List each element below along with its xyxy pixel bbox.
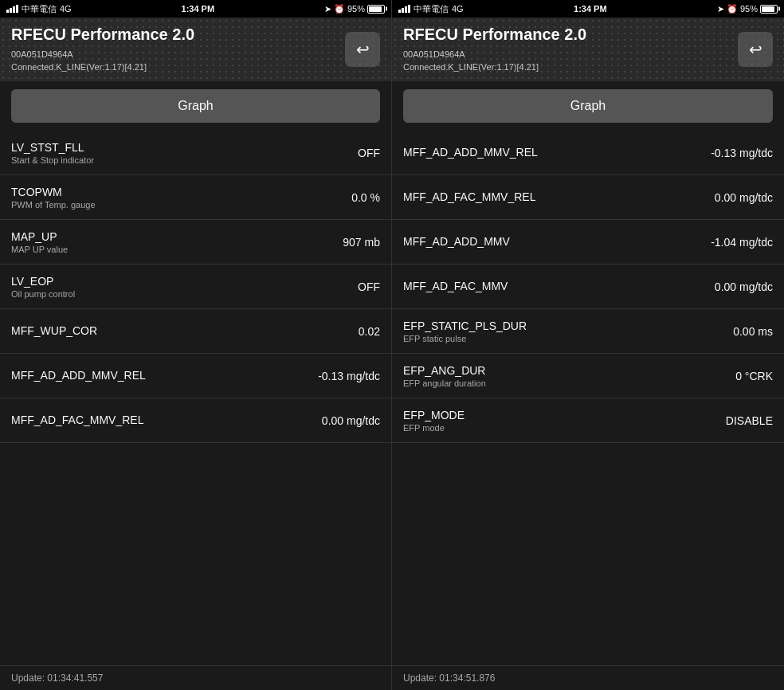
list-item: MFF_AD_FAC_MMV 0.00 mg/tdc: [392, 265, 784, 309]
network-left: 4G: [60, 4, 72, 14]
graph-btn-row-left: Graph: [0, 81, 391, 131]
back-button-right[interactable]: ↩: [738, 32, 773, 67]
app-title-left: RFECU Performance 2.0: [11, 25, 194, 44]
phone-panel-left: 中華電信 4G 1:34 PM ➤ ⏰ 95% RFECU Performanc…: [0, 0, 392, 690]
battery-icon-right: [760, 5, 778, 14]
signal-icon: [6, 5, 18, 13]
graph-button-left[interactable]: Graph: [11, 89, 380, 123]
battery-pct-right: 95%: [740, 4, 758, 14]
app-header-left: RFECU Performance 2.0 00A051D4964A Conne…: [0, 18, 391, 81]
list-item: MFF_AD_ADD_MMV_REL -0.13 mg/tdc: [0, 354, 391, 398]
back-arrow-icon-right: ↩: [749, 40, 762, 59]
list-item: EFP_MODE EFP mode DISABLE: [392, 398, 784, 443]
list-item: MFF_WUP_COR 0.02: [0, 309, 391, 354]
list-item: MFF_AD_FAC_MMV_REL 0.00 mg/tdc: [0, 398, 391, 443]
list-item: LV_EOP Oil pump control OFF: [0, 265, 391, 309]
device-id-right: 00A051D4964A Connected.K_LINE(Ver:1.17)[…: [403, 49, 586, 73]
update-text-left: Update: 01:34:41.557: [11, 672, 103, 684]
list-item: MFF_AD_ADD_MMV_REL -0.13 mg/tdc: [392, 131, 784, 175]
graph-button-right[interactable]: Graph: [403, 89, 773, 123]
update-bar-left: Update: 01:34:41.557: [0, 665, 391, 690]
list-item: EFP_ANG_DUR EFP angular duration 0 °CRK: [392, 354, 784, 398]
status-right-left: ➤ ⏰ 95%: [324, 4, 385, 14]
header-info-left: RFECU Performance 2.0 00A051D4964A Conne…: [11, 25, 194, 73]
header-info-right: RFECU Performance 2.0 00A051D4964A Conne…: [403, 25, 586, 73]
gps-icon: ➤: [324, 4, 331, 14]
back-arrow-icon-left: ↩: [356, 40, 370, 59]
data-list-right: MFF_AD_ADD_MMV_REL -0.13 mg/tdc MFF_AD_F…: [392, 131, 784, 665]
network-right: 4G: [452, 4, 464, 14]
time-right: 1:34 PM: [574, 4, 607, 14]
phone-panel-right: 中華電信 4G 1:34 PM ➤ ⏰ 95% RFECU Performanc…: [392, 0, 784, 690]
graph-btn-row-right: Graph: [392, 81, 784, 131]
status-left-right: 中華電信 4G: [398, 3, 464, 15]
update-bar-right: Update: 01:34:51.876: [392, 665, 784, 690]
status-right-right: ➤ ⏰ 95%: [717, 4, 778, 14]
battery-pct-left: 95%: [347, 4, 365, 14]
alarm-icon-right: ⏰: [727, 4, 738, 14]
battery-icon-left: [367, 5, 385, 14]
signal-icon-right: [398, 5, 410, 13]
status-bar-left: 中華電信 4G 1:34 PM ➤ ⏰ 95%: [0, 0, 391, 18]
carrier-left: 中華電信: [22, 3, 57, 15]
update-text-right: Update: 01:34:51.876: [403, 672, 495, 684]
back-button-left[interactable]: ↩: [345, 32, 380, 67]
list-item: TCOPWM PWM of Temp. gauge 0.0 %: [0, 175, 391, 220]
app-title-right: RFECU Performance 2.0: [403, 25, 586, 44]
alarm-icon: ⏰: [334, 4, 345, 14]
list-item: EFP_STATIC_PLS_DUR EFP static pulse 0.00…: [392, 309, 784, 354]
time-left: 1:34 PM: [182, 4, 215, 14]
list-item: MFF_AD_FAC_MMV_REL 0.00 mg/tdc: [392, 175, 784, 220]
list-item: MAP_UP MAP UP value 907 mb: [0, 220, 391, 265]
data-list-left: LV_STST_FLL Start & Stop indicator OFF T…: [0, 131, 391, 665]
carrier-right: 中華電信: [414, 3, 449, 15]
gps-icon-right: ➤: [717, 4, 724, 14]
list-item: LV_STST_FLL Start & Stop indicator OFF: [0, 131, 391, 175]
status-left-left: 中華電信 4G: [6, 3, 72, 15]
status-bar-right: 中華電信 4G 1:34 PM ➤ ⏰ 95%: [392, 0, 784, 18]
list-item: MFF_AD_ADD_MMV -1.04 mg/tdc: [392, 220, 784, 265]
app-header-right: RFECU Performance 2.0 00A051D4964A Conne…: [392, 18, 784, 81]
device-id-left: 00A051D4964A Connected.K_LINE(Ver:1.17)[…: [11, 49, 194, 73]
